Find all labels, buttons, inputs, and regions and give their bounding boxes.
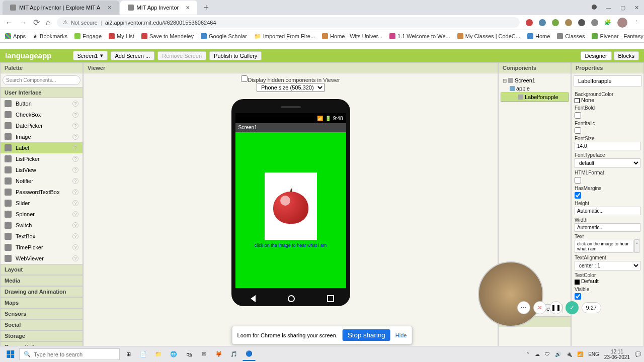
help-icon[interactable]: ? — [72, 200, 78, 206]
bookmark-item[interactable]: Home — [527, 33, 550, 39]
taskbar-store[interactable]: 🛍 — [182, 348, 195, 361]
help-icon[interactable]: ? — [72, 222, 78, 228]
browser-tab-0[interactable]: MIT App Inventor | Explore MIT A × — [3, 1, 119, 15]
prop-text-textarea[interactable] — [575, 240, 633, 253]
blocks-tab[interactable]: Blocks — [614, 51, 639, 60]
publish-button[interactable]: Publish to Gallery — [209, 51, 262, 60]
help-icon[interactable]: ? — [72, 112, 78, 118]
start-button[interactable] — [3, 347, 17, 361]
loom-finish-button[interactable]: ✓ — [566, 301, 579, 314]
task-view-icon[interactable]: ⊞ — [122, 348, 135, 361]
palette-item-label[interactable]: Label? — [1, 142, 83, 153]
tree-apple[interactable]: apple — [501, 84, 569, 93]
palette-item-spinner[interactable]: Spinner? — [1, 209, 83, 220]
tray-lang[interactable]: ENG — [588, 351, 599, 357]
bookmark-item[interactable]: Classes — [557, 33, 585, 39]
palette-item-listview[interactable]: ListView? — [1, 164, 83, 175]
back-icon[interactable]: ← — [5, 18, 13, 27]
bookmark-item[interactable]: My Classes | CodeC... — [457, 33, 520, 39]
hide-banner-button[interactable]: Hide — [395, 332, 407, 338]
taskbar-app[interactable]: 📁 — [152, 348, 165, 361]
prop-htmlformat-checkbox[interactable] — [575, 177, 581, 184]
category-maps[interactable]: Maps — [1, 297, 83, 308]
nav-back-icon[interactable] — [247, 295, 256, 302]
category-user-interface[interactable]: User Interface — [1, 87, 83, 98]
tray-icon[interactable]: 🔊 — [555, 351, 561, 357]
taskbar-edge[interactable]: 🌐 — [167, 348, 180, 361]
bookmark-item[interactable]: Save to Mendeley — [141, 33, 194, 39]
help-icon[interactable]: ? — [72, 178, 78, 184]
taskbar-search[interactable]: 🔍Type here to search — [19, 348, 120, 360]
tray-icon[interactable]: 🛡 — [545, 351, 550, 357]
ext-icon[interactable] — [526, 19, 533, 26]
prop-fontitalic-checkbox[interactable] — [575, 127, 581, 134]
profile-avatar[interactable] — [617, 18, 627, 28]
ext-icon[interactable] — [552, 19, 559, 26]
home-icon[interactable]: ⌂ — [46, 18, 51, 27]
help-icon[interactable]: ? — [72, 123, 78, 129]
prop-fontsize-input[interactable] — [575, 142, 640, 150]
palette-item-webviewer[interactable]: WebViewer? — [1, 253, 83, 264]
designer-tab[interactable]: Designer — [581, 51, 612, 60]
palette-item-textbox[interactable]: TextBox? — [1, 231, 83, 242]
bookmark-item[interactable]: Home - Wits Univer... — [322, 33, 382, 39]
ext-icon[interactable] — [565, 19, 572, 26]
category-social[interactable]: Social — [1, 319, 83, 330]
ext-icon[interactable] — [591, 19, 598, 26]
close-icon[interactable]: × — [186, 4, 190, 12]
ext-icon[interactable] — [578, 19, 585, 26]
nav-recent-icon[interactable] — [327, 295, 334, 302]
tray-icon[interactable]: 📶 — [577, 351, 583, 357]
hidden-components-checkbox[interactable]: Display hidden components in Viewer — [241, 77, 340, 83]
help-icon[interactable]: ? — [72, 233, 78, 239]
category-sensors[interactable]: Sensors — [1, 308, 83, 319]
help-icon[interactable]: ? — [72, 101, 78, 107]
taskbar-chrome[interactable]: 🔵 — [243, 348, 256, 361]
collapse-icon[interactable]: ⊟ — [503, 78, 507, 83]
tray-icon[interactable]: ⌃ — [526, 351, 530, 357]
add-screen-button[interactable]: Add Screen ... — [111, 51, 155, 60]
bookmark-item[interactable]: 1.1 Welcome to We... — [389, 33, 450, 39]
prop-fonttypeface-select[interactable]: default — [575, 158, 640, 168]
loom-cancel-button[interactable]: ✕ — [533, 301, 546, 314]
help-icon[interactable]: ? — [72, 189, 78, 195]
palette-item-button[interactable]: Button? — [1, 98, 83, 109]
extensions-icon[interactable]: 🧩 — [604, 19, 611, 26]
prop-backgroundcolor[interactable]: None — [575, 97, 640, 103]
maximize-icon[interactable]: ▢ — [620, 5, 625, 11]
help-icon[interactable]: ? — [72, 134, 78, 140]
taskbar-mail[interactable]: ✉ — [197, 348, 210, 361]
label-caption[interactable]: click on the image to hear what i am — [255, 243, 327, 248]
tray-clock[interactable]: 12:11 23-06-2021 — [604, 349, 630, 360]
bookmark-item[interactable]: Google Scholar — [201, 33, 247, 39]
palette-item-listpicker[interactable]: ListPicker? — [1, 153, 83, 164]
taskbar-app[interactable]: 🎵 — [227, 348, 240, 361]
taskbar-firefox[interactable]: 🦊 — [212, 348, 225, 361]
bookmark-item[interactable]: My List — [109, 33, 134, 39]
bookmark-item[interactable]: Engage — [74, 33, 102, 39]
help-icon[interactable]: ? — [72, 244, 78, 250]
bookmark-item[interactable]: ★Bookmarks — [33, 33, 67, 40]
browser-tab-1[interactable]: MIT App Inventor × — [120, 1, 198, 15]
tree-root[interactable]: ⊟Screen1 — [501, 76, 569, 84]
help-icon[interactable]: ? — [72, 255, 78, 261]
prop-width-button[interactable]: Automatic... — [575, 223, 640, 232]
prop-fontbold-checkbox[interactable] — [575, 112, 581, 119]
palette-item-datepicker[interactable]: DatePicker? — [1, 120, 83, 131]
stop-sharing-button[interactable]: Stop sharing — [343, 329, 390, 341]
loom-camera-bubble[interactable] — [478, 261, 543, 327]
screen-content[interactable]: click on the image to hear what i am — [235, 132, 346, 288]
help-icon[interactable]: ? — [72, 145, 78, 151]
help-icon[interactable]: ? — [72, 211, 78, 217]
tray-icon[interactable]: 🔌 — [566, 351, 572, 357]
nav-home-icon[interactable] — [288, 295, 295, 302]
category-media[interactable]: Media — [1, 275, 83, 286]
bookmark-item[interactable]: 📁Imported From Fire... — [254, 33, 315, 40]
minimize-icon[interactable]: — — [606, 5, 611, 11]
address-bar[interactable]: ⚠ Not secure | ai2.appinventor.mit.edu/#… — [57, 17, 520, 28]
tree-labelforapple[interactable]: Labelforapple — [501, 93, 569, 102]
help-icon[interactable]: ? — [72, 156, 78, 162]
forward-icon[interactable]: → — [19, 18, 27, 27]
category-storage[interactable]: Storage — [1, 330, 83, 341]
ext-icon[interactable] — [539, 19, 546, 26]
